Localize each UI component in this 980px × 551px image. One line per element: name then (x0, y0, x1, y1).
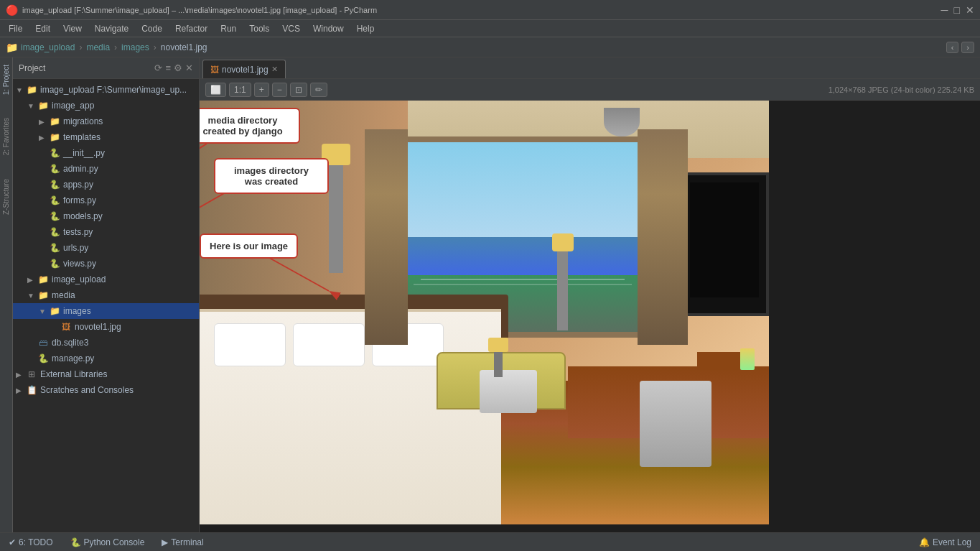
zoom-in-button[interactable]: + (254, 83, 269, 97)
tree-models-py[interactable]: ▶ 🐍 models.py (13, 208, 199, 224)
breadcrumb-images[interactable]: images (121, 42, 149, 52)
breadcrumb-bar: 📁 image_upload › media › images › novote… (0, 37, 980, 57)
tree-apps-py[interactable]: ▶ 🐍 apps.py (13, 177, 199, 193)
tree-novotel-jpg[interactable]: ▶ 🖼 novotel1.jpg (13, 319, 199, 335)
menu-edit[interactable]: Edit (29, 22, 56, 35)
tree-migrations[interactable]: ▶ 📁 migrations (13, 114, 199, 129)
views-py-icon: 🐍 (49, 258, 60, 269)
menu-view[interactable]: View (57, 22, 88, 35)
tree-image-app[interactable]: ▼ 📁 image_app (13, 98, 199, 114)
pycharm-icon: 🔴 (6, 4, 18, 16)
migrations-folder-icon: 📁 (49, 116, 60, 127)
event-log-icon: 🔔 (919, 537, 930, 547)
title-bar: 🔴 image_upload [F:\Summer\image_upload] … (0, 0, 980, 20)
menu-help[interactable]: Help (351, 22, 381, 35)
tree-external-libraries[interactable]: ▶ ⊞ External Libraries (13, 366, 199, 382)
status-todo[interactable]: ✔ 6: TODO (6, 536, 56, 549)
tree-images-folder[interactable]: ▼ 📁 images (13, 303, 199, 319)
terminal-icon: ▶ (162, 537, 168, 547)
tree-scratches-consoles[interactable]: ▶ 📋 Scratches and Consoles (13, 382, 199, 398)
tests-py-icon: 🐍 (49, 226, 60, 238)
breadcrumb-current: novotel1.jpg (161, 42, 207, 52)
breadcrumb-forward[interactable]: › (961, 42, 974, 53)
tree-admin-py[interactable]: ▶ 🐍 admin.py (13, 161, 199, 177)
todo-icon: ✔ (9, 537, 16, 547)
python-console-label: Python Console (84, 537, 145, 547)
fit-window-button[interactable]: ⬜ (205, 83, 226, 97)
models-py-icon: 🐍 (49, 210, 60, 222)
external-libs-icon: ⊞ (26, 369, 37, 380)
tree-manage-py[interactable]: ▶ 🐍 manage.py (13, 351, 199, 366)
admin-py-icon: 🐍 (49, 163, 60, 175)
menu-bar: File Edit View Navigate Code Refactor Ru… (0, 20, 980, 37)
db-sqlite-icon: 🗃 (37, 337, 49, 348)
project-panel: Project ⟳ ≡ ⚙ ✕ ▼ 📁 image_upload F:\Summ… (13, 57, 200, 532)
templates-folder-icon: 📁 (49, 131, 60, 143)
init-py-icon: 🐍 (49, 147, 60, 159)
menu-run[interactable]: Run (215, 22, 242, 35)
sidebar-tab-favorites[interactable]: 2: Favorites (1, 114, 11, 159)
tab-icon: 🖼 (210, 65, 219, 75)
urls-py-icon: 🐍 (49, 242, 60, 254)
zoom-out-button[interactable]: − (272, 83, 287, 97)
tree-tests-py[interactable]: ▶ 🐍 tests.py (13, 224, 199, 240)
panel-title: Project (19, 63, 151, 73)
status-python-console[interactable]: 🐍 Python Console (67, 536, 148, 549)
window-title: image_upload [F:\Summer\image_upload] – … (22, 6, 377, 14)
breadcrumb-image-upload[interactable]: image_upload (21, 42, 75, 52)
close-button[interactable]: ✕ (966, 4, 974, 16)
status-bar: ✔ 6: TODO 🐍 Python Console ▶ Terminal 🔔 … (0, 532, 980, 551)
todo-label: 6: TODO (19, 537, 53, 547)
tree-media-folder[interactable]: ▼ 📁 media (13, 287, 199, 303)
editor-tab-novotel[interactable]: 🖼 novotel1.jpg ✕ (202, 60, 286, 78)
panel-gear-icon[interactable]: ⚙ (174, 62, 182, 73)
project-panel-header: Project ⟳ ≡ ⚙ ✕ (13, 57, 199, 79)
image-toolbar: ⬜ 1:1 + − ⊡ ✏ 1,024×768 JPEG (24-bit col… (200, 79, 980, 101)
panel-collapse-icon[interactable]: ≡ (165, 62, 171, 73)
menu-refactor[interactable]: Refactor (169, 22, 213, 35)
tree-db-sqlite[interactable]: ▶ 🗃 db.sqlite3 (13, 335, 199, 351)
panel-sync-icon[interactable]: ⟳ (154, 62, 162, 73)
root-folder-icon: 📁 (26, 84, 37, 96)
maximize-button[interactable]: □ (954, 4, 960, 16)
breadcrumb-back[interactable]: ‹ (946, 42, 959, 53)
tree-views-py[interactable]: ▶ 🐍 views.py (13, 256, 199, 272)
image-app-folder-icon: 📁 (37, 100, 49, 111)
color-picker-button[interactable]: ✏ (310, 83, 327, 97)
tree-templates[interactable]: ▶ 📁 templates (13, 129, 199, 145)
breadcrumb-media[interactable]: media (86, 42, 110, 52)
image-info: 1,024×768 JPEG (24-bit color) 225.24 KB (829, 85, 974, 94)
image-upload-folder-icon: 📁 (37, 274, 49, 285)
minimize-button[interactable]: ─ (941, 4, 948, 16)
panel-close-icon[interactable]: ✕ (185, 62, 193, 73)
tree-init-py[interactable]: ▶ 🐍 __init__.py (13, 145, 199, 161)
breadcrumb-icon: 📁 (6, 42, 18, 53)
tab-label: novotel1.jpg (222, 65, 269, 75)
sidebar-tab-structure[interactable]: Z-Structure (1, 175, 11, 219)
menu-window[interactable]: Window (307, 22, 350, 35)
manage-py-icon: 🐍 (37, 353, 49, 364)
python-console-icon: 🐍 (70, 537, 81, 547)
status-terminal[interactable]: ▶ Terminal (159, 536, 206, 549)
editor-tabs: 🖼 novotel1.jpg ✕ (200, 57, 980, 79)
tree-forms-py[interactable]: ▶ 🐍 forms.py (13, 193, 199, 208)
tree-urls-py[interactable]: ▶ 🐍 urls.py (13, 240, 199, 256)
terminal-label: Terminal (171, 537, 203, 547)
media-folder-icon: 📁 (37, 290, 49, 301)
tree-root[interactable]: ▼ 📁 image_upload F:\Summer\image_up... (13, 82, 199, 98)
menu-navigate[interactable]: Navigate (89, 22, 134, 35)
tab-close-button[interactable]: ✕ (271, 65, 278, 74)
zoom-fit-button[interactable]: ⊡ (290, 83, 307, 97)
image-content: media directory created by django (200, 101, 980, 532)
status-event-log[interactable]: 🔔 Event Log (916, 536, 974, 549)
tree-image-upload-folder[interactable]: ▶ 📁 image_upload (13, 272, 199, 287)
menu-file[interactable]: File (3, 22, 28, 35)
forms-py-icon: 🐍 (49, 195, 60, 206)
actual-size-button[interactable]: 1:1 (229, 83, 251, 97)
menu-vcs[interactable]: VCS (276, 22, 306, 35)
hotel-image (200, 101, 769, 524)
menu-code[interactable]: Code (136, 22, 168, 35)
scratches-icon: 📋 (26, 384, 37, 396)
menu-tools[interactable]: Tools (243, 22, 275, 35)
sidebar-tab-project[interactable]: 1: Project (1, 60, 11, 99)
